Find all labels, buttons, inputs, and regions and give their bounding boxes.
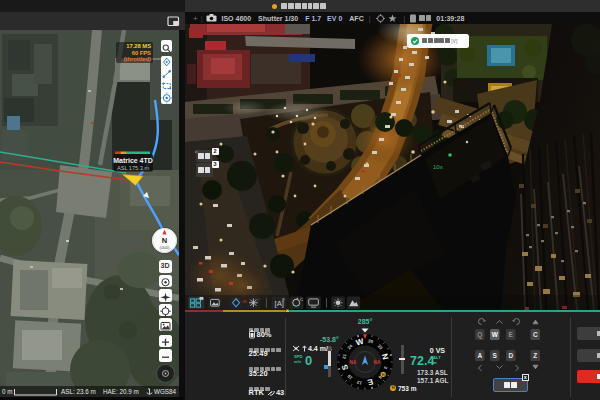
svg-text:Q: Q [477, 331, 482, 339]
svg-text:E: E [509, 331, 514, 338]
svg-text:H: H [382, 373, 385, 377]
svg-text:NA: NA [350, 360, 357, 365]
svg-text:(000): (000) [160, 245, 170, 250]
svg-text:NA: NA [374, 360, 381, 365]
svg-text:ASL 175.3 m: ASL 175.3 m [117, 165, 149, 171]
svg-text:N: N [162, 236, 167, 245]
svg-text:W: W [492, 331, 499, 338]
svg-text:C: C [300, 297, 303, 302]
svg-text:A: A [477, 352, 482, 359]
svg-text:Matrice 4TD: Matrice 4TD [113, 157, 153, 164]
svg-text:E: E [282, 298, 285, 302]
svg-text:Z: Z [533, 352, 537, 359]
svg-text:C: C [533, 331, 538, 338]
svg-text:S: S [493, 352, 498, 359]
svg-text:D: D [508, 352, 513, 359]
